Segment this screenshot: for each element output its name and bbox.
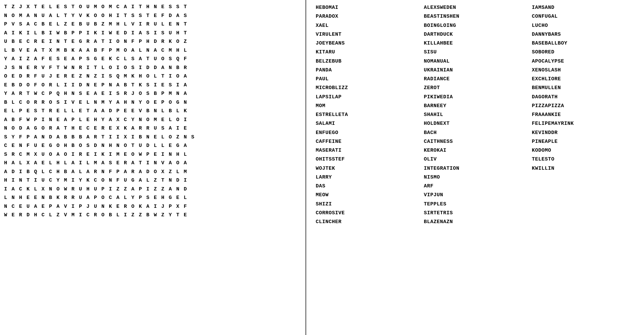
word-list-item: SHIZI xyxy=(316,200,418,209)
word-list-item: SHAHIL xyxy=(424,111,527,119)
grid-row: S R C M X U O A O I R E I K I M E O W P … xyxy=(4,150,301,159)
grid-row: T Z J X T E L E S T O U M O M C A I T H … xyxy=(4,3,301,12)
grid-row: H A L X A E L H L A I L M A S E R A T I … xyxy=(4,159,301,168)
word-list-col1: HEBOMAIPARADOXXAELVIRULENTJOEYBEANSKITAR… xyxy=(313,3,421,227)
grid-row: P V S A C B E L Z E B U B Z M H L V I R … xyxy=(4,20,301,29)
word-list-item: MASERATI xyxy=(316,146,418,155)
grid-row: N C E U A E P A V I P J U N K E R O K A … xyxy=(4,202,301,211)
word-list-item: EXCHLIORE xyxy=(532,75,634,84)
word-list-col2: ALEXSWEDENBEASTINSHENBOINGLOINGDARTHDUCK… xyxy=(421,3,529,227)
grid-row: A B F W P I N E A P L E H Y A X C Y N O … xyxy=(4,116,301,124)
word-list-item: PAUL xyxy=(316,75,418,84)
word-list-item: UKRAINIAN xyxy=(424,66,527,75)
word-list-item: ALEXSWEDEN xyxy=(424,3,527,12)
grid-letters: T Z J X T E L E S T O U M O M C A I T H … xyxy=(4,3,301,220)
word-list-item: KWILLIN xyxy=(532,164,634,173)
word-list-item: LUCHO xyxy=(532,21,634,30)
word-list-item: BARNEEY xyxy=(424,102,527,111)
word-list-item: PINEAPLE xyxy=(532,137,634,146)
grid-row: L B V E A T X M B K A A B F P M O A L N … xyxy=(4,46,301,55)
grid-row: C E N F U E G O H B O S D N H N O T U D … xyxy=(4,141,301,150)
word-list-item: BLAZENAZN xyxy=(424,218,527,227)
word-list-item: CONFUGAL xyxy=(532,12,634,21)
word-list-col3: IAMSANDCONFUGALLUCHODANNYBARSBASEBALLBOY… xyxy=(529,3,637,227)
word-list-item: MICROBLIZZ xyxy=(316,84,418,93)
word-list-item: KEROKAI xyxy=(424,146,527,155)
grid-row: E L P E S T R E L L E T A A D P E E V B … xyxy=(4,107,301,116)
word-list-item: APOCALYPSE xyxy=(532,57,634,66)
grid-row: W E R D H C L Z V M I C R O B L I Z Z B … xyxy=(4,211,301,220)
word-list-item: KEVINDDR xyxy=(532,129,634,137)
grid-row: U B E C R E I N T E G R A T I O N F P H … xyxy=(4,37,301,46)
word-list-item: ESTRELLETA xyxy=(316,111,418,119)
grid-row: N O D A G O R A T H E C E R E X K A R R … xyxy=(4,124,301,133)
word-list-item: XAEL xyxy=(316,21,418,30)
word-list-item: XENOSLASH xyxy=(532,66,634,75)
word-list-item: VIPJUN xyxy=(424,191,527,200)
word-list-item: LARRY xyxy=(316,173,418,182)
word-list-item: SALAMI xyxy=(316,119,418,128)
word-list-item: INTEGRATION xyxy=(424,164,527,173)
word-list-item: PIKIWEDIA xyxy=(424,93,527,102)
word-list-item: HOLDNEXT xyxy=(424,119,527,128)
grid-row: B L C O R R O S I V E L N M Y A H N Y O … xyxy=(4,98,301,107)
word-list-item: PIZZAPIZZA xyxy=(532,102,634,111)
word-list-item: KILLAHBEE xyxy=(424,39,527,48)
word-list-item: WOJTEK xyxy=(316,164,418,173)
grid-row: N O M A N U A L T Y V K O O H I T S S T … xyxy=(4,12,301,20)
word-list-item: DAS xyxy=(316,182,418,191)
grid-row: E B D O F O R L I I D N E P N A B T K S … xyxy=(4,81,301,90)
word-list-item: ARF xyxy=(424,182,527,191)
word-list-item: CAITHNESS xyxy=(424,137,527,146)
word-list-item: PARADOX xyxy=(316,12,418,21)
word-list-item: BACH xyxy=(424,129,527,137)
word-list-item: FELIPEMAYRINK xyxy=(532,119,634,128)
word-list-item: TEPPLES xyxy=(424,200,527,209)
word-list-item: NOMANUAL xyxy=(424,57,527,66)
word-list-item: CLINCHER xyxy=(316,218,418,227)
word-list-item: SIRTETRIS xyxy=(424,209,527,218)
word-list-item: VIRULENT xyxy=(316,30,418,39)
word-list-item: OLIV xyxy=(424,155,527,164)
word-list-item: MEOW xyxy=(316,191,418,200)
word-list-item: TELESTO xyxy=(532,155,634,164)
word-list-item: BENMULLEN xyxy=(532,84,634,93)
grid-row: S Y F P A N D A B B B A R T I I X I B N … xyxy=(4,133,301,142)
word-list-item: OHITSSTEF xyxy=(316,155,418,164)
word-list-item: RADIANCE xyxy=(424,75,527,84)
word-list-item: NISMO xyxy=(424,173,527,182)
word-list-item: ZEROT xyxy=(424,84,527,93)
grid-row: A I K I L B I W B P P I K I W E D I A S … xyxy=(4,29,301,38)
word-list-item: FRAAANKIE xyxy=(532,111,634,119)
word-list-item: JOEYBEANS xyxy=(316,39,418,48)
word-list-item: IAMSAND xyxy=(532,3,634,12)
word-list-item: KITARU xyxy=(316,48,418,57)
word-list-item: SISU xyxy=(424,48,527,57)
word-list-item: KODOMO xyxy=(532,146,634,155)
word-list-item: DAGORATH xyxy=(532,93,634,102)
grid-row: Y A R T W C P Q H N S E A E I S R J O S … xyxy=(4,89,301,98)
word-list-item: DANNYBARS xyxy=(532,30,634,39)
grid-row: A D I B Q L C H B A L A R N F P A R A D … xyxy=(4,168,301,177)
grid-row: J S N E R V F T W N R I T L O I O S I D … xyxy=(4,64,301,72)
word-list-item: CORROSIVE xyxy=(316,209,418,218)
grid-row: L N H E E N B K R R U A P O C A L Y P S … xyxy=(4,194,301,202)
word-list-item: BOINGLOING xyxy=(424,21,527,30)
word-list-item: PANDA xyxy=(316,66,418,75)
word-list-item: BASEBALLBOY xyxy=(532,39,634,48)
word-list-item: BELZEBUB xyxy=(316,57,418,66)
word-search-grid: T Z J X T E L E S T O U M O M C A I T H … xyxy=(0,0,306,335)
word-list-item: MOM xyxy=(316,102,418,111)
word-list-panel: HEBOMAIPARADOXXAELVIRULENTJOEYBEANSKITAR… xyxy=(306,0,644,335)
word-list-item: LAPSILAP xyxy=(316,93,418,102)
word-list-item: SOBORED xyxy=(532,48,634,57)
grid-row: O E D R F U J E R E Z N Z I S Q M K H O … xyxy=(4,72,301,81)
word-list-item: BEASTINSHEN xyxy=(424,12,527,21)
word-list-item: CAFFEINE xyxy=(316,137,418,146)
grid-row: Y A I Z A F E S E A P S G E K C L S A T … xyxy=(4,55,301,64)
word-list-item: DARTHDUCK xyxy=(424,30,527,39)
word-list-item: ENFUEGO xyxy=(316,129,418,137)
word-list-item: HEBOMAI xyxy=(316,3,418,12)
grid-row: H I N T I U C Y M I Y K C O N F U G A L … xyxy=(4,176,301,185)
grid-row: I A C K L X N O W R U H U P I Z Z A P I … xyxy=(4,185,301,194)
